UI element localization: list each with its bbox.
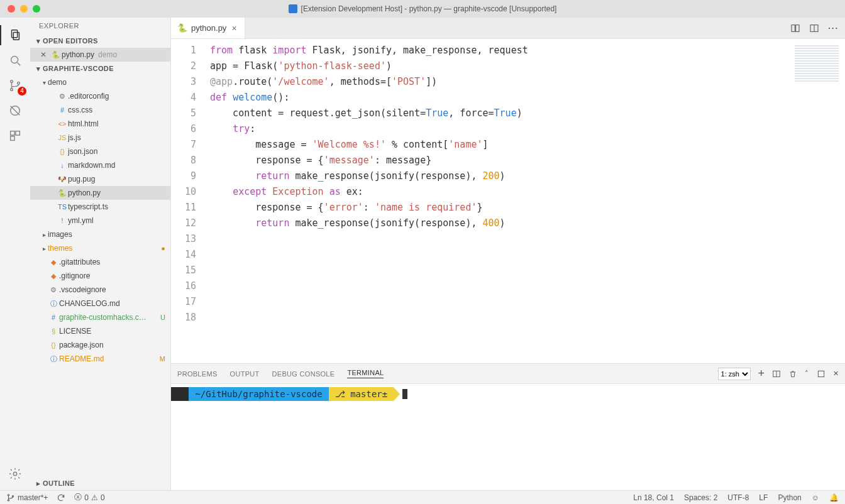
kill-terminal-icon[interactable] xyxy=(788,370,797,378)
file-label: package.json xyxy=(59,341,104,349)
file-item[interactable]: #graphite-customhacks.c…U xyxy=(30,310,170,324)
close-icon[interactable]: ✕ xyxy=(40,50,50,59)
search-icon xyxy=(8,53,22,67)
file-item[interactable]: <>html.html xyxy=(30,117,170,131)
editor-tab[interactable]: 🐍 python.py × xyxy=(171,18,245,38)
status-feedback-icon[interactable]: ☺ xyxy=(812,493,819,502)
chevron-down-icon: ▾ xyxy=(34,65,43,73)
panel-up-icon[interactable]: ˄ xyxy=(805,370,809,378)
panel-close-icon[interactable]: ✕ xyxy=(833,370,839,378)
git-decoration: M xyxy=(160,355,170,363)
status-bell-icon[interactable]: 🔔 xyxy=(829,493,839,502)
status-encoding[interactable]: UTF-8 xyxy=(727,493,749,502)
activity-bar: 4 xyxy=(0,18,30,490)
file-label: css.css xyxy=(68,106,92,114)
extensions-icon xyxy=(8,129,22,143)
activity-explorer[interactable] xyxy=(0,23,30,48)
js-file-icon: JS xyxy=(57,134,68,141)
file-item[interactable]: ◆.gitignore xyxy=(30,269,170,283)
file-item[interactable]: !yml.yml xyxy=(30,214,170,227)
activity-extensions[interactable] xyxy=(0,123,30,148)
file-item[interactable]: ⚙.editorconfig xyxy=(30,89,170,103)
split-terminal-icon[interactable] xyxy=(772,370,781,378)
svg-rect-0 xyxy=(12,30,18,38)
git-file-icon: ◆ xyxy=(48,258,59,266)
svg-point-4 xyxy=(11,80,13,83)
tab-label: python.py xyxy=(191,23,226,33)
file-item[interactable]: {}package.json xyxy=(30,338,170,352)
svg-point-5 xyxy=(11,89,13,91)
activity-search[interactable] xyxy=(0,48,30,73)
status-lncol[interactable]: Ln 18, Col 1 xyxy=(633,493,674,502)
new-terminal-icon[interactable]: + xyxy=(758,367,765,380)
folder-item[interactable]: ▸themes● xyxy=(30,241,170,255)
window-close[interactable] xyxy=(8,5,15,13)
panel-tab-debug[interactable]: DEBUG CONSOLE xyxy=(272,370,335,378)
compare-icon[interactable] xyxy=(790,23,800,33)
panel-tab-problems[interactable]: PROBLEMS xyxy=(177,370,218,378)
line-gutter: 123456789101112131415161718 xyxy=(171,39,206,363)
file-label: json.json xyxy=(68,147,97,156)
file-item[interactable]: ⓘREADME.mdM xyxy=(30,352,170,366)
chevron-right-icon: ▸ xyxy=(40,245,48,252)
svg-point-20 xyxy=(8,494,9,495)
file-label: graphite-customhacks.c… xyxy=(59,313,146,322)
status-spaces[interactable]: Spaces: 2 xyxy=(684,493,717,502)
file-item[interactable]: 🐶pug.pug xyxy=(30,172,170,186)
svg-rect-1 xyxy=(13,32,19,40)
outline-section[interactable]: ▸ OUTLINE xyxy=(30,476,170,490)
minimap[interactable] xyxy=(787,39,845,363)
git-decoration: U xyxy=(160,314,170,321)
open-editor-item[interactable]: ✕ 🐍 python.py demo xyxy=(30,48,170,62)
file-item[interactable]: TStypescript.ts xyxy=(30,200,170,214)
workspace-section[interactable]: ▾ GRAPHITE-VSCODE xyxy=(30,62,170,75)
file-label: CHANGELOG.md xyxy=(59,299,120,308)
file-item[interactable]: #css.css xyxy=(30,103,170,117)
status-problems[interactable]: ⓧ0 ⚠0 xyxy=(74,492,104,503)
file-item[interactable]: ⚙.vscodeignore xyxy=(30,283,170,297)
activity-debug[interactable] xyxy=(0,98,30,123)
folder-item[interactable]: ▸images xyxy=(30,227,170,241)
more-icon[interactable]: ··· xyxy=(828,23,839,33)
window-title: [Extension Development Host] - python.py… xyxy=(301,4,557,13)
terminal[interactable]: ~/GitHub/graphite-vscode ⎇ master± xyxy=(171,383,845,490)
folder-label: images xyxy=(48,230,72,239)
file-item[interactable]: ⓘCHANGELOG.md xyxy=(30,297,170,310)
open-editors-section[interactable]: ▾ OPEN EDITORS xyxy=(30,34,170,48)
file-item[interactable]: 🐍python.py xyxy=(30,186,170,200)
yml-file-icon: ! xyxy=(57,217,68,224)
code-editor[interactable]: 123456789101112131415161718 from flask i… xyxy=(171,39,845,363)
status-language[interactable]: Python xyxy=(778,493,801,502)
panel-maximize-icon[interactable] xyxy=(817,370,826,378)
css-file-icon: # xyxy=(48,314,59,321)
window-maximize[interactable] xyxy=(33,5,40,13)
panel-tab-output[interactable]: OUTPUT xyxy=(230,370,260,378)
pug-file-icon: 🐶 xyxy=(57,175,68,184)
file-item[interactable]: {}json.json xyxy=(30,145,170,158)
file-label: html.html xyxy=(68,119,99,128)
folder-item[interactable]: ▾demo xyxy=(30,75,170,89)
svg-rect-9 xyxy=(11,131,14,135)
file-item[interactable]: §LICENSE xyxy=(30,324,170,338)
ts-file-icon: TS xyxy=(57,203,68,211)
svg-point-2 xyxy=(11,57,18,63)
status-eol[interactable]: LF xyxy=(759,493,768,502)
panel-tab-terminal[interactable]: TERMINAL xyxy=(347,369,384,378)
prompt-seg-path: ~/GitHub/graphite-vscode xyxy=(189,387,328,401)
file-item[interactable]: JSjs.js xyxy=(30,131,170,145)
status-sync[interactable] xyxy=(57,493,65,502)
split-editor-icon[interactable] xyxy=(809,23,819,33)
activity-scm[interactable]: 4 xyxy=(0,73,30,98)
code-area[interactable]: from flask import Flask, jsonify, make_r… xyxy=(206,39,787,363)
file-label: pug.pug xyxy=(68,175,95,184)
error-icon: ⓧ xyxy=(74,492,82,503)
status-branch[interactable]: master*+ xyxy=(6,493,48,502)
window-minimize[interactable] xyxy=(20,5,28,13)
file-item[interactable]: ◆.gitattributes xyxy=(30,255,170,269)
activity-settings[interactable] xyxy=(0,461,30,486)
file-label: .gitattributes xyxy=(59,258,100,266)
close-tab-icon[interactable]: × xyxy=(230,23,238,33)
file-item[interactable]: ↓markdown.md xyxy=(30,158,170,172)
terminal-select[interactable]: 1: zsh xyxy=(718,368,751,380)
svg-point-22 xyxy=(12,495,13,496)
